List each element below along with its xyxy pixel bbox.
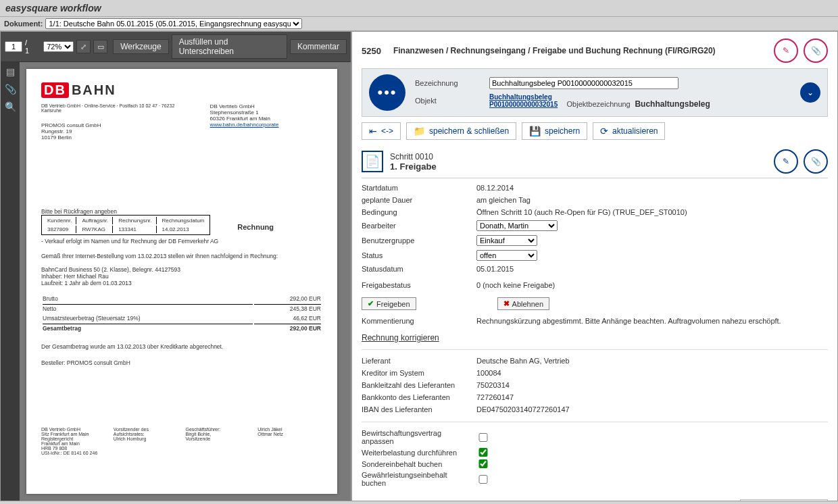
pdf-sidebar: ▤ 📎 🔍 xyxy=(1,62,20,501)
document-bar: Dokument: 1/1: Deutsche Bahn 05.01.2015 … xyxy=(0,17,838,31)
pdf-toolbar: / 1 72% ⤢ ▭ Werkzeuge Ausfüllen und Unte… xyxy=(1,32,351,62)
bahn-link[interactable]: www.bahn.de/bahncorporate xyxy=(210,122,279,128)
rechnung-korrigieren-link[interactable]: Rechnung korrigieren xyxy=(362,333,439,343)
cb-gewaehrleistung[interactable] xyxy=(476,475,490,484)
thumbnails-icon[interactable]: ▤ xyxy=(6,66,15,77)
fill-sign-tab[interactable]: Ausfüllen und Unterschreiben xyxy=(172,34,287,59)
read-mode-icon[interactable]: ▭ xyxy=(93,40,107,53)
pdf-pane: / 1 72% ⤢ ▭ Werkzeuge Ausfüllen und Unte… xyxy=(0,31,351,501)
step-edit-icon[interactable]: ✎ xyxy=(774,149,798,174)
pdf-page: DBBAHN DB Vertrieb GmbH · Online-Service… xyxy=(26,69,337,494)
page-input[interactable] xyxy=(5,41,22,52)
edit-icon[interactable]: ✎ xyxy=(774,39,798,63)
freigeben-button[interactable]: ✔Freigeben xyxy=(362,297,416,310)
breadcrumb: Finanzwesen / Rechnungseingang / Freigab… xyxy=(393,46,716,55)
db-logo: DB xyxy=(41,82,69,98)
fit-icon[interactable]: ⤢ xyxy=(76,40,91,53)
tools-tab[interactable]: Werkzeuge xyxy=(113,39,168,54)
app-title: easysquare workflow xyxy=(0,0,838,17)
cb-bewirtschaftung[interactable] xyxy=(476,433,490,442)
workflow-id: 5250 xyxy=(362,46,381,56)
step-icon: 📄 xyxy=(362,151,383,172)
document-select[interactable]: 1/1: Deutsche Bahn 05.01.2015 (05.01.201… xyxy=(45,18,302,29)
workflow-pane: 5250 Finanzwesen / Rechnungseingang / Fr… xyxy=(351,31,838,501)
gruppe-select[interactable]: Einkauf xyxy=(476,235,537,246)
object-info-box: ••• Bezeichnung Objekt Buchhaltungsbeleg… xyxy=(362,68,828,117)
zoom-select[interactable]: 72% xyxy=(43,41,74,52)
cb-sondereinbehalt[interactable] xyxy=(476,459,490,468)
cb-weiterbelastung[interactable] xyxy=(476,448,490,457)
abschliessen-button[interactable]: ✔ abschließen xyxy=(740,499,828,501)
action-bar: ⇤<-> 📁speichern & schließen 💾speichern ⟳… xyxy=(362,122,828,140)
view-toggle-button[interactable]: ⇤<-> xyxy=(362,122,401,140)
bearbeiter-select[interactable]: Donath, Martin xyxy=(476,220,558,231)
page-total: / 1 xyxy=(25,39,33,55)
refresh-button[interactable]: ⟳aktualisieren xyxy=(593,122,665,140)
save-button[interactable]: 💾speichern xyxy=(522,122,587,140)
attachment-icon[interactable]: 📎 xyxy=(804,39,828,63)
bezeichnung-input[interactable] xyxy=(489,77,679,89)
status-select[interactable]: offen xyxy=(476,250,537,261)
chevron-down-icon[interactable]: ⌄ xyxy=(800,82,820,103)
more-icon[interactable]: ••• xyxy=(369,74,405,111)
attachments-icon[interactable]: 📎 xyxy=(5,84,16,95)
ablehnen-button[interactable]: ✖Ablehnen xyxy=(497,297,550,310)
object-link[interactable]: BuchhaltungsbelegP00100000000032015 xyxy=(489,93,558,108)
search-icon[interactable]: 🔍 xyxy=(5,101,16,112)
document-label: Dokument: xyxy=(4,20,43,28)
step-attachment-icon[interactable]: 📎 xyxy=(804,149,828,174)
comment-tab[interactable]: Kommentar xyxy=(290,39,347,54)
save-close-button[interactable]: 📁speichern & schließen xyxy=(406,122,516,140)
